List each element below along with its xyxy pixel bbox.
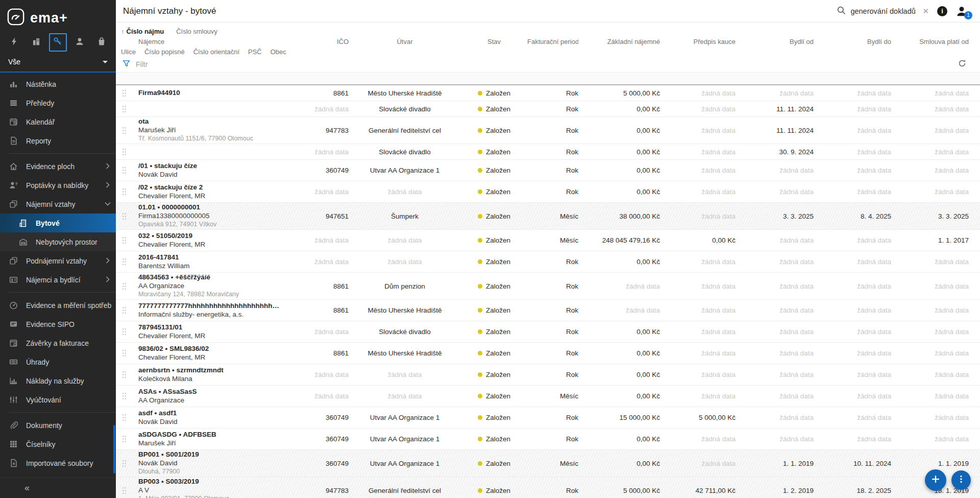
drag-handle-icon[interactable] xyxy=(121,258,138,266)
sidebar-item-importovan-soubory[interactable]: Importované soubory xyxy=(0,454,116,472)
subcolumn-ulice[interactable]: Ulice xyxy=(121,48,136,56)
sidebar-item-vy-tov-n[interactable]: Vyúčtování xyxy=(0,390,116,409)
sidebar-collapse-button[interactable]: « xyxy=(0,478,116,498)
status-dot xyxy=(478,150,482,154)
sort-cislo-najmu[interactable]: ↑ Číslo nájmu xyxy=(121,28,164,35)
drag-handle-icon[interactable] xyxy=(121,306,138,314)
drag-handle-icon[interactable] xyxy=(121,282,138,290)
sidebar-item-z-v-rky-a-fakturace[interactable]: Závěrky a fakturace xyxy=(0,334,116,352)
column-header-ico[interactable]: IČO xyxy=(282,38,349,45)
table-row[interactable]: ASAs • ASsaSasSAA Organizacežádná datažá… xyxy=(116,386,980,407)
table-row[interactable]: 48634563 • +ěščřžýáíéAA OrganizaceMoravi… xyxy=(116,273,980,300)
main-content: Nájemní vztahy - bytové ✕ i 1 ↑ Číslo ná… xyxy=(116,0,980,498)
table-row[interactable]: /02 • stackuju číze 2Chevalier Florent, … xyxy=(116,181,980,203)
drag-handle-icon[interactable] xyxy=(121,487,138,494)
table-row[interactable]: aernbsrtn • szrmndtzmndtKolečková Milana… xyxy=(116,364,980,386)
sidebar-item-p-ehledy[interactable]: Přehledy xyxy=(0,93,116,112)
sidebar-item-n-jemn-vztahy[interactable]: Nájemní vztahy xyxy=(0,195,116,214)
table-row[interactable]: 787945131/01Chevalier Florent, MRžádná d… xyxy=(116,321,980,343)
column-header-bydli_od[interactable]: Bydlí od xyxy=(736,38,814,45)
module-tab-energy[interactable] xyxy=(5,33,23,52)
table-row[interactable]: BP001 • S001/2019Novák DavidDlouhá, 7790… xyxy=(116,450,980,477)
column-header-najemne[interactable]: Základní nájemné xyxy=(578,38,660,45)
drag-handle-icon[interactable] xyxy=(121,127,138,134)
table-row[interactable]: BP003 • S003/2019A V1. Máje 803/01, 7790… xyxy=(116,477,980,498)
sort-cislo-smlouvy[interactable]: Číslo smlouvy xyxy=(176,28,217,35)
drag-handle-icon[interactable] xyxy=(121,236,138,244)
drag-handle-icon[interactable] xyxy=(121,89,138,97)
subcolumn-slo-orienta-n[interactable]: Číslo orientační xyxy=(193,48,239,56)
sidebar-item-dokumenty[interactable]: Dokumenty xyxy=(0,416,116,435)
tenant-name: Chevalier Florent, MR xyxy=(138,353,282,362)
table-row[interactable]: 01.01 • 0000000001Firma13380000000005Opa… xyxy=(116,203,980,230)
filter-input[interactable] xyxy=(136,60,952,68)
table-row[interactable]: 032 • 51050/2019Chevalier Florent, MRžád… xyxy=(116,230,980,251)
drag-handle-icon[interactable] xyxy=(121,435,138,443)
sidebar-item-label: Reporty xyxy=(26,137,51,145)
filter-funnel-icon[interactable] xyxy=(122,60,130,69)
table-row[interactable]: aSDGASDG • ADFBSEBMarušek Jiří360749Utva… xyxy=(116,429,980,450)
sidebar-subitem-nebytov-ch-prostor[interactable]: Nebytových prostor xyxy=(0,232,116,251)
drag-handle-icon[interactable] xyxy=(121,188,138,196)
drag-handle-icon[interactable] xyxy=(121,212,138,220)
subcolumn-obec[interactable]: Obec xyxy=(271,48,286,56)
subcolumn-slo-popisn[interactable]: Číslo popisné xyxy=(144,48,185,56)
sidebar-item-kalend[interactable]: Kalendář xyxy=(0,112,116,131)
table-row[interactable]: /01 • stackuju čízeNovák David360749Utva… xyxy=(116,160,980,181)
sidebar-item-evidence-sipo[interactable]: Evidence SIPO xyxy=(0,315,116,334)
module-tab-buildings[interactable] xyxy=(27,33,45,52)
drag-handle-icon[interactable] xyxy=(121,105,138,113)
module-tab-rentals[interactable] xyxy=(49,33,67,52)
clear-search-icon[interactable]: ✕ xyxy=(922,7,929,15)
sidebar-item-n-st-nka[interactable]: Nástěnka xyxy=(0,75,116,93)
table-row[interactable]: asdf • asdf1Novák David360749Utvar AA Or… xyxy=(116,407,980,429)
table-row[interactable]: 2016-417841Barentsz Williamžádná datažád… xyxy=(116,251,980,273)
sidebar-item-hrady[interactable]: Úhrady xyxy=(0,352,116,371)
drag-handle-icon[interactable] xyxy=(121,371,138,378)
info-icon[interactable]: i xyxy=(937,6,947,16)
table-row[interactable]: žádná dataSlovácké divadloZaloženRok0,00… xyxy=(116,144,980,160)
add-button[interactable] xyxy=(925,469,946,491)
sidebar-item-evidence-ploch[interactable]: Evidence ploch xyxy=(0,157,116,176)
sidebar-scrollbar-thumb[interactable] xyxy=(113,425,115,473)
column-header-bydli_do[interactable]: Bydlí do xyxy=(814,38,891,45)
sidebar-item-protokoly-proces[interactable]: Protokoly procesů xyxy=(0,472,116,478)
table-row[interactable]: žádná dataSlovácké divadloZaloženRok0,00… xyxy=(116,101,980,117)
user-icon[interactable]: 1 xyxy=(955,5,969,17)
search-input[interactable] xyxy=(850,7,918,15)
sidebar-item-podn-jemn-vztahy[interactable]: Podnájemní vztahy xyxy=(0,251,116,270)
sidebar-item-n-jemci-a-bydl-c[interactable]: Nájemci a bydlící xyxy=(0,270,116,289)
column-header-smlouva_od[interactable]: Smlouva platí od xyxy=(891,38,969,45)
drag-handle-icon[interactable] xyxy=(121,460,138,467)
sidebar-item-n-klady-na-slu-by[interactable]: Náklady na služby xyxy=(0,371,116,390)
table-row[interactable]: 9836/02 • SML9836/02Chevalier Florent, M… xyxy=(116,343,980,364)
column-header-stav[interactable]: Stav xyxy=(461,38,527,45)
sidebar-item-seln-ky[interactable]: Číselníky xyxy=(0,435,116,454)
more-actions-button[interactable] xyxy=(951,470,971,490)
column-header-kauce[interactable]: Předpis kauce xyxy=(660,38,736,45)
drag-handle-icon[interactable] xyxy=(121,328,138,336)
drag-handle-icon[interactable] xyxy=(121,414,138,421)
subcolumn-ps[interactable]: PSČ xyxy=(248,48,262,56)
column-header-najemce[interactable]: Nájemce xyxy=(138,38,282,45)
scope-dropdown[interactable]: Vše xyxy=(0,52,116,73)
sidebar-item-reporty[interactable]: Reporty xyxy=(0,131,116,150)
module-tab-persons[interactable] xyxy=(70,33,89,52)
module-tab-portfolio[interactable] xyxy=(92,33,111,52)
search-icon[interactable] xyxy=(837,6,846,17)
table-row[interactable]: otaMarušek JiříTř. Kosmonautů 1151/6, 77… xyxy=(116,117,980,144)
rental-number: asdf • asdf1 xyxy=(138,409,282,418)
drag-handle-icon[interactable] xyxy=(121,349,138,357)
drag-handle-icon[interactable] xyxy=(121,392,138,400)
table-row[interactable]: Firma9449108861Město Uherské HradištěZal… xyxy=(116,85,980,101)
sidebar-item-popt-vky-a-nab-dky[interactable]: ?Poptávky a nabídky xyxy=(0,176,116,195)
sidebar-item-evidence-a-m-en-spot-eb[interactable]: Evidence a měření spotřeb xyxy=(0,296,116,315)
table-row[interactable]: 7777777777777hhhhhhhhhhhhhhhhhhhhhhhhhhh… xyxy=(116,300,980,321)
column-header-perioda[interactable]: Fakturační perioda xyxy=(527,38,578,45)
cell-bydli-do: žádná data xyxy=(814,328,891,336)
drag-handle-icon[interactable] xyxy=(121,167,138,174)
refresh-icon[interactable] xyxy=(958,59,967,70)
sidebar-subitem-bytov[interactable]: Bytové xyxy=(0,214,116,232)
column-header-utvar[interactable]: Útvar xyxy=(349,38,461,45)
drag-handle-icon[interactable] xyxy=(121,148,138,156)
